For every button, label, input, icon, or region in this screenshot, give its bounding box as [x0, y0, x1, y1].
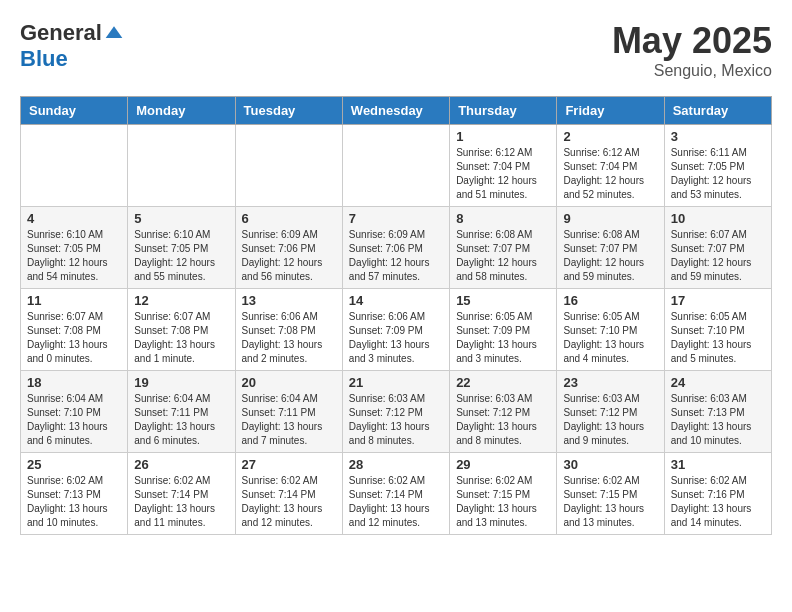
day-number: 20	[242, 375, 336, 390]
day-info-line: Sunrise: 6:05 AM	[563, 310, 657, 324]
day-info-line: Daylight: 13 hours and 8 minutes.	[349, 420, 443, 448]
day-info-line: Sunrise: 6:07 AM	[671, 228, 765, 242]
day-info-line: Daylight: 12 hours and 53 minutes.	[671, 174, 765, 202]
calendar-cell: 3Sunrise: 6:11 AMSunset: 7:05 PMDaylight…	[664, 125, 771, 207]
day-info-line: Daylight: 12 hours and 52 minutes.	[563, 174, 657, 202]
day-info-line: Daylight: 13 hours and 14 minutes.	[671, 502, 765, 530]
day-number: 22	[456, 375, 550, 390]
day-number: 8	[456, 211, 550, 226]
day-number: 11	[27, 293, 121, 308]
calendar-week-5: 25Sunrise: 6:02 AMSunset: 7:13 PMDayligh…	[21, 453, 772, 535]
day-number: 6	[242, 211, 336, 226]
day-info-line: Daylight: 13 hours and 7 minutes.	[242, 420, 336, 448]
calendar-cell: 23Sunrise: 6:03 AMSunset: 7:12 PMDayligh…	[557, 371, 664, 453]
logo-blue-text: Blue	[20, 46, 68, 72]
day-info-line: Daylight: 13 hours and 3 minutes.	[456, 338, 550, 366]
day-number: 2	[563, 129, 657, 144]
day-number: 19	[134, 375, 228, 390]
day-info-line: Daylight: 12 hours and 57 minutes.	[349, 256, 443, 284]
day-info-line: Sunset: 7:05 PM	[134, 242, 228, 256]
day-info-line: Sunset: 7:15 PM	[456, 488, 550, 502]
calendar-cell: 11Sunrise: 6:07 AMSunset: 7:08 PMDayligh…	[21, 289, 128, 371]
day-number: 30	[563, 457, 657, 472]
logo: General Blue	[20, 20, 124, 72]
calendar-cell	[342, 125, 449, 207]
day-info-line: Daylight: 13 hours and 10 minutes.	[671, 420, 765, 448]
day-info-line: Sunset: 7:06 PM	[349, 242, 443, 256]
calendar-cell: 27Sunrise: 6:02 AMSunset: 7:14 PMDayligh…	[235, 453, 342, 535]
calendar-cell: 22Sunrise: 6:03 AMSunset: 7:12 PMDayligh…	[450, 371, 557, 453]
day-number: 1	[456, 129, 550, 144]
day-info-line: Daylight: 12 hours and 58 minutes.	[456, 256, 550, 284]
day-info-line: Sunrise: 6:02 AM	[349, 474, 443, 488]
day-info-line: Daylight: 13 hours and 13 minutes.	[563, 502, 657, 530]
calendar-cell: 8Sunrise: 6:08 AMSunset: 7:07 PMDaylight…	[450, 207, 557, 289]
day-number: 7	[349, 211, 443, 226]
calendar-cell: 19Sunrise: 6:04 AMSunset: 7:11 PMDayligh…	[128, 371, 235, 453]
day-info-line: Daylight: 12 hours and 56 minutes.	[242, 256, 336, 284]
weekday-header-friday: Friday	[557, 97, 664, 125]
day-info-line: Sunrise: 6:12 AM	[456, 146, 550, 160]
day-info-line: Sunrise: 6:02 AM	[27, 474, 121, 488]
calendar-cell: 13Sunrise: 6:06 AMSunset: 7:08 PMDayligh…	[235, 289, 342, 371]
day-info-line: Sunset: 7:05 PM	[671, 160, 765, 174]
day-info-line: Sunset: 7:13 PM	[671, 406, 765, 420]
day-info-line: Sunrise: 6:04 AM	[134, 392, 228, 406]
day-info-line: Daylight: 12 hours and 59 minutes.	[671, 256, 765, 284]
day-number: 18	[27, 375, 121, 390]
calendar-cell: 24Sunrise: 6:03 AMSunset: 7:13 PMDayligh…	[664, 371, 771, 453]
day-number: 3	[671, 129, 765, 144]
calendar-cell: 21Sunrise: 6:03 AMSunset: 7:12 PMDayligh…	[342, 371, 449, 453]
day-number: 17	[671, 293, 765, 308]
day-info-line: Sunrise: 6:12 AM	[563, 146, 657, 160]
day-info-line: Daylight: 13 hours and 12 minutes.	[349, 502, 443, 530]
logo-icon	[104, 23, 124, 43]
calendar-cell: 20Sunrise: 6:04 AMSunset: 7:11 PMDayligh…	[235, 371, 342, 453]
day-info-line: Sunset: 7:12 PM	[456, 406, 550, 420]
day-info-line: Sunrise: 6:02 AM	[563, 474, 657, 488]
day-info-line: Sunset: 7:04 PM	[456, 160, 550, 174]
day-info-line: Sunrise: 6:06 AM	[349, 310, 443, 324]
calendar-cell: 30Sunrise: 6:02 AMSunset: 7:15 PMDayligh…	[557, 453, 664, 535]
day-number: 13	[242, 293, 336, 308]
day-info-line: Sunrise: 6:04 AM	[27, 392, 121, 406]
day-info-line: Sunset: 7:11 PM	[242, 406, 336, 420]
day-info-line: Daylight: 12 hours and 54 minutes.	[27, 256, 121, 284]
day-info-line: Sunset: 7:12 PM	[563, 406, 657, 420]
day-number: 25	[27, 457, 121, 472]
day-number: 28	[349, 457, 443, 472]
calendar-cell: 2Sunrise: 6:12 AMSunset: 7:04 PMDaylight…	[557, 125, 664, 207]
day-number: 29	[456, 457, 550, 472]
day-info-line: Daylight: 12 hours and 59 minutes.	[563, 256, 657, 284]
day-info-line: Sunrise: 6:08 AM	[563, 228, 657, 242]
day-info-line: Sunset: 7:09 PM	[349, 324, 443, 338]
day-info-line: Sunset: 7:15 PM	[563, 488, 657, 502]
calendar-cell: 1Sunrise: 6:12 AMSunset: 7:04 PMDaylight…	[450, 125, 557, 207]
weekday-header-thursday: Thursday	[450, 97, 557, 125]
day-info-line: Sunrise: 6:02 AM	[671, 474, 765, 488]
day-number: 26	[134, 457, 228, 472]
calendar-cell: 18Sunrise: 6:04 AMSunset: 7:10 PMDayligh…	[21, 371, 128, 453]
day-info-line: Daylight: 13 hours and 10 minutes.	[27, 502, 121, 530]
day-info-line: Daylight: 13 hours and 1 minute.	[134, 338, 228, 366]
day-info-line: Sunrise: 6:07 AM	[27, 310, 121, 324]
day-info-line: Sunrise: 6:03 AM	[563, 392, 657, 406]
day-info-line: Daylight: 13 hours and 2 minutes.	[242, 338, 336, 366]
day-info-line: Sunset: 7:12 PM	[349, 406, 443, 420]
day-info-line: Sunset: 7:07 PM	[456, 242, 550, 256]
calendar-cell: 28Sunrise: 6:02 AMSunset: 7:14 PMDayligh…	[342, 453, 449, 535]
day-info-line: Daylight: 13 hours and 11 minutes.	[134, 502, 228, 530]
day-info-line: Daylight: 12 hours and 55 minutes.	[134, 256, 228, 284]
calendar-cell: 14Sunrise: 6:06 AMSunset: 7:09 PMDayligh…	[342, 289, 449, 371]
day-info-line: Daylight: 13 hours and 4 minutes.	[563, 338, 657, 366]
day-info-line: Sunrise: 6:03 AM	[671, 392, 765, 406]
day-info-line: Daylight: 13 hours and 6 minutes.	[134, 420, 228, 448]
calendar-cell: 15Sunrise: 6:05 AMSunset: 7:09 PMDayligh…	[450, 289, 557, 371]
calendar-cell: 31Sunrise: 6:02 AMSunset: 7:16 PMDayligh…	[664, 453, 771, 535]
day-info-line: Sunset: 7:11 PM	[134, 406, 228, 420]
weekday-header-monday: Monday	[128, 97, 235, 125]
day-info-line: Daylight: 13 hours and 13 minutes.	[456, 502, 550, 530]
weekday-header-tuesday: Tuesday	[235, 97, 342, 125]
day-info-line: Sunrise: 6:09 AM	[349, 228, 443, 242]
calendar-cell: 7Sunrise: 6:09 AMSunset: 7:06 PMDaylight…	[342, 207, 449, 289]
